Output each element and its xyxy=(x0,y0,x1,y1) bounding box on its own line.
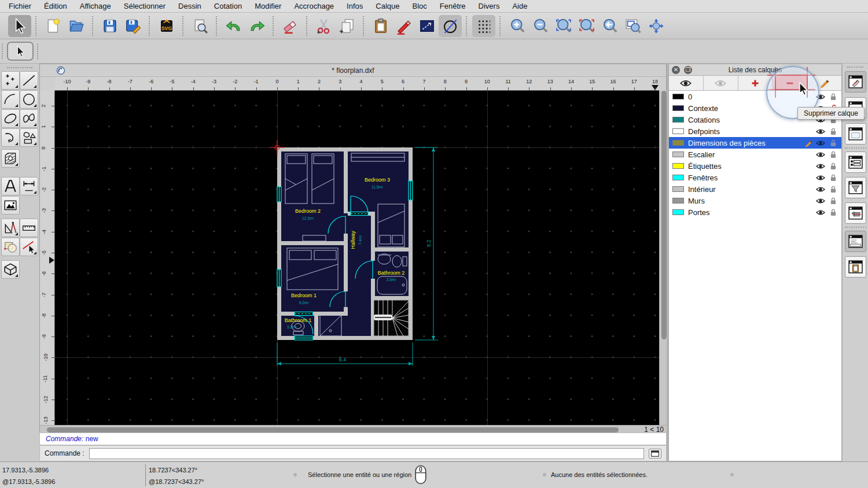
menu-accrochage[interactable]: Accrochage xyxy=(294,2,334,10)
vertical-scrollbar[interactable] xyxy=(659,91,667,425)
menu-selectionner[interactable]: Sélectionner xyxy=(124,2,165,10)
layer-lock-icon[interactable] xyxy=(829,186,838,193)
menu-cotation[interactable]: Cotation xyxy=(214,2,242,10)
menu-divers[interactable]: Divers xyxy=(479,2,500,10)
polyline-tool-button[interactable] xyxy=(1,128,20,147)
layer-row-murs[interactable]: Murs xyxy=(669,195,841,206)
layer-lock-icon[interactable] xyxy=(829,197,838,205)
layer-visibility-icon[interactable] xyxy=(816,151,825,158)
redo-button[interactable] xyxy=(245,15,269,37)
dimension-tool-button[interactable] xyxy=(20,177,38,195)
dock-block-list-panel-button[interactable] xyxy=(845,151,866,173)
undo-button[interactable] xyxy=(222,15,245,37)
layer-row-portes[interactable]: Portes xyxy=(669,206,841,218)
menu-infos[interactable]: Infos xyxy=(347,2,363,10)
menu-modifier[interactable]: Modifier xyxy=(255,2,281,10)
layer-visibility-icon[interactable] xyxy=(816,197,825,205)
hatch-tool-button[interactable] xyxy=(1,149,20,168)
menu-affichage[interactable]: Affichage xyxy=(80,2,111,10)
modify-tool-button[interactable] xyxy=(1,238,20,256)
line-tool-button[interactable] xyxy=(20,71,38,90)
circle-tool-button[interactable] xyxy=(20,90,38,109)
command-dock-toggle-button[interactable] xyxy=(649,449,661,459)
layer-row-etiquettes[interactable]: Étiquettes xyxy=(669,160,841,172)
layer-visibility-icon[interactable] xyxy=(816,186,825,193)
layer-visibility-icon[interactable] xyxy=(816,162,825,170)
dock-drawing-pen-panel-button[interactable] xyxy=(845,71,866,93)
dock-explode-panel-button[interactable] xyxy=(845,202,866,224)
print-preview-button[interactable] xyxy=(189,15,212,37)
box-3d-tool-button[interactable] xyxy=(1,260,20,279)
horizontal-scrollbar[interactable]: 1 < 10 xyxy=(40,425,667,433)
active-tool-select-button[interactable] xyxy=(7,42,34,61)
menu-aide[interactable]: Aide xyxy=(512,2,527,10)
points-tool-button[interactable] xyxy=(1,71,20,90)
menu-edition[interactable]: Édition xyxy=(44,2,67,10)
zoom-window-button[interactable] xyxy=(621,15,645,37)
line-attributes-button[interactable] xyxy=(415,15,439,37)
menu-calque[interactable]: Calque xyxy=(376,2,399,10)
dock-command-line-panel-button[interactable] xyxy=(845,231,866,252)
zoom-pan-button[interactable] xyxy=(645,15,668,37)
save-as-button[interactable] xyxy=(122,15,145,37)
command-input[interactable] xyxy=(89,448,644,459)
horizontal-scrollbar-thumb[interactable] xyxy=(47,427,619,432)
layer-row-interieur[interactable]: Intérieur xyxy=(669,183,841,195)
hide-all-layers-button[interactable] xyxy=(704,76,738,90)
arc-tool-button[interactable] xyxy=(1,90,20,109)
menu-dessin[interactable]: Dessin xyxy=(178,2,201,10)
menu-fenetre[interactable]: Fenêtre xyxy=(440,2,466,10)
dock-filter-panel-button[interactable] xyxy=(845,177,866,198)
layer-visibility-icon[interactable] xyxy=(816,139,825,147)
layer-lock-icon[interactable] xyxy=(829,128,838,135)
dock-clipboard-panel-button[interactable] xyxy=(845,256,866,278)
close-panel-button[interactable]: ✕ xyxy=(672,66,680,74)
export-svg-button[interactable]: SVG xyxy=(155,15,178,37)
show-all-layers-button[interactable] xyxy=(669,76,704,90)
vertical-scrollbar-thumb[interactable] xyxy=(661,91,667,339)
zoom-out-button[interactable] xyxy=(529,15,552,37)
save-button[interactable] xyxy=(98,15,122,37)
zoom-auto-button[interactable] xyxy=(552,15,575,37)
measure-tool-button[interactable] xyxy=(1,219,20,237)
layer-lock-icon[interactable] xyxy=(829,162,838,170)
copy-button[interactable] xyxy=(336,15,359,37)
new-document-button[interactable] xyxy=(42,15,65,37)
menu-fichier[interactable]: Fichier xyxy=(9,2,31,10)
layer-lock-icon[interactable] xyxy=(829,151,838,158)
layer-edit-pen-icon[interactable] xyxy=(804,139,814,147)
layer-row-dimensions-des-pieces[interactable]: Dimensions des pièces xyxy=(669,137,841,149)
layer-lock-icon[interactable] xyxy=(829,139,838,147)
zoom-in-button[interactable] xyxy=(506,15,529,37)
text-tool-button[interactable] xyxy=(1,177,20,195)
drawing-canvas[interactable]: 9.2 6.4 Bedroom 3 11.5m² Bedroom 2 12.3m… xyxy=(55,91,659,425)
layer-row-escalier[interactable]: Escalier xyxy=(669,149,841,160)
paste-button[interactable] xyxy=(369,15,392,37)
layer-lock-icon[interactable] xyxy=(829,209,838,216)
delete-button[interactable] xyxy=(279,15,302,37)
zoom-select-button[interactable] xyxy=(575,15,598,37)
layer-visibility-icon[interactable] xyxy=(816,128,825,135)
menu-bloc[interactable]: Bloc xyxy=(412,2,426,10)
circle-attributes-button[interactable] xyxy=(439,15,462,37)
dock-dialog-panel-button[interactable] xyxy=(845,123,866,145)
image-tool-button[interactable] xyxy=(1,196,20,215)
grid-toggle-button[interactable] xyxy=(472,15,495,37)
select-cursor-button[interactable] xyxy=(8,15,31,37)
layer-lock-icon[interactable] xyxy=(829,174,838,182)
document-title-bar[interactable]: * floorplan.dxf xyxy=(40,64,666,77)
float-panel-button[interactable]: ❐ xyxy=(684,66,692,74)
ruler-tool-button[interactable] xyxy=(20,219,38,237)
layer-visibility-icon[interactable] xyxy=(816,174,825,182)
zoom-previous-button[interactable] xyxy=(598,15,621,37)
layer-visibility-icon[interactable] xyxy=(816,209,825,216)
layer-row-fenetres[interactable]: Fenêtres xyxy=(669,172,841,183)
layer-row-defpoints[interactable]: Defpoints xyxy=(669,125,841,137)
layer-lock-icon[interactable] xyxy=(829,93,838,101)
spline-tool-button[interactable] xyxy=(20,109,38,128)
open-file-button[interactable] xyxy=(65,15,88,37)
select-entity-tool-button[interactable] xyxy=(20,238,38,256)
cut-button[interactable] xyxy=(312,15,336,37)
shapes-tool-button[interactable] xyxy=(20,128,38,147)
pen-attributes-button[interactable] xyxy=(392,15,415,37)
